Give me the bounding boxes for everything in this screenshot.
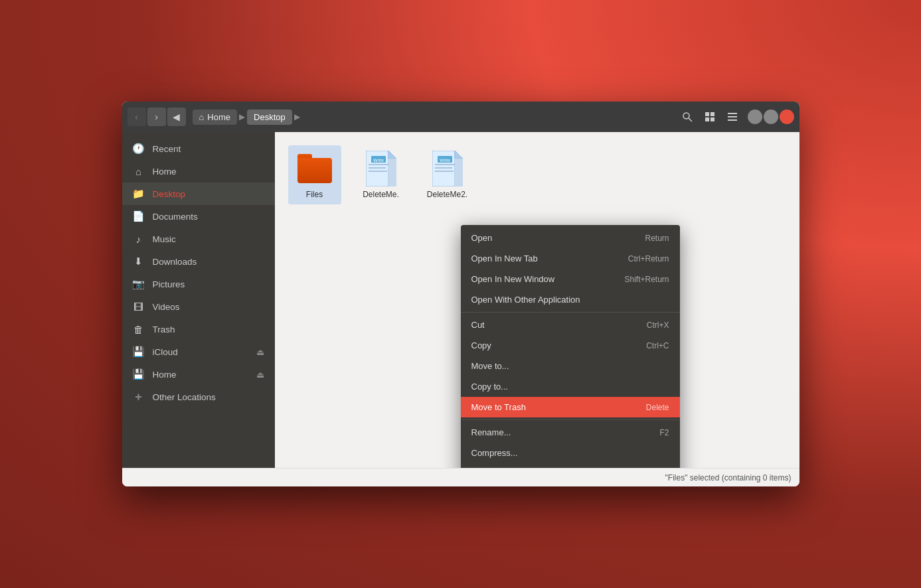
file-item-files[interactable]: Files: [288, 145, 341, 204]
svg-text:Write: Write: [440, 158, 450, 163]
sidebar-item-downloads[interactable]: ⬇ Downloads: [122, 250, 275, 273]
ctx-copy-label: Copy: [471, 340, 491, 350]
breadcrumb-separator: ▶: [239, 112, 245, 121]
svg-rect-7: [728, 116, 737, 117]
ctx-move-to-trash[interactable]: Move to Trash Delete: [461, 397, 680, 417]
search-button[interactable]: [677, 107, 697, 127]
nav-buttons: ‹ › ◀: [127, 108, 186, 126]
ctx-move-to-trash-shortcut: Delete: [646, 403, 669, 412]
svg-point-10: [768, 113, 774, 120]
ctx-send-to[interactable]: Send to...: [461, 463, 680, 468]
ctx-open-new-tab-shortcut: Ctrl+Return: [628, 254, 669, 263]
svg-text:Write: Write: [373, 158, 384, 163]
ctx-sep1: [461, 312, 680, 313]
folder-icon-files: [297, 151, 333, 186]
sidebar-item-other[interactable]: + Other Locations: [122, 386, 275, 408]
svg-point-0: [683, 113, 689, 119]
sidebar-item-videos[interactable]: 🎞 Videos: [122, 295, 275, 318]
videos-icon: 🎞: [133, 301, 145, 313]
ctx-copy[interactable]: Copy Ctrl+C: [461, 335, 680, 356]
ctx-copy-to[interactable]: Copy to...: [461, 376, 680, 397]
view-grid-button[interactable]: [700, 107, 720, 127]
sidebar-recent-label: Recent: [153, 144, 181, 154]
ctx-move-to[interactable]: Move to...: [461, 356, 680, 376]
svg-rect-18: [369, 171, 387, 172]
ctx-cut-label: Cut: [471, 320, 485, 330]
home-icon: ⌂: [199, 112, 205, 122]
ctx-rename[interactable]: Rename... F2: [461, 422, 680, 443]
breadcrumb: ⌂ Home ▶ Desktop ▶: [193, 110, 301, 125]
breadcrumb-home[interactable]: ⌂ Home: [193, 110, 238, 125]
maximize-button[interactable]: [764, 110, 778, 124]
sidebar-trash-label: Trash: [153, 325, 175, 334]
sidebar-item-trash[interactable]: 🗑 Trash: [122, 318, 275, 340]
home-nav-icon: ⌂: [133, 165, 145, 177]
titlebar-actions: [677, 107, 742, 127]
svg-rect-17: [369, 167, 386, 169]
file-item-deleteme1[interactable]: Write DeleteMe.: [355, 145, 408, 204]
ctx-move-to-label: Move to...: [471, 361, 509, 371]
ctx-open-new-tab[interactable]: Open In New Tab Ctrl+Return: [461, 248, 680, 269]
pictures-icon: 📷: [133, 278, 145, 290]
up-button[interactable]: ◀: [167, 108, 186, 126]
svg-rect-8: [728, 119, 737, 121]
forward-button[interactable]: ›: [147, 108, 166, 126]
svg-rect-5: [711, 117, 714, 121]
icloud-eject-icon[interactable]: ⏏: [256, 347, 264, 357]
view-list-button[interactable]: [722, 107, 742, 127]
titlebar: ‹ › ◀ ⌂ Home ▶ Desktop ▶: [122, 102, 799, 132]
ctx-open[interactable]: Open Return: [461, 228, 680, 248]
sidebar-item-recent[interactable]: 🕐 Recent: [122, 137, 275, 160]
music-icon: ♪: [133, 233, 145, 245]
breadcrumb-desktop-label: Desktop: [254, 112, 286, 122]
sidebar-downloads-label: Downloads: [153, 257, 197, 267]
ctx-open-shortcut: Return: [645, 234, 669, 243]
ctx-open-label: Open: [471, 233, 493, 243]
sidebar-item-home[interactable]: ⌂ Home: [122, 160, 275, 183]
sidebar-item-icloud[interactable]: 💾 iCloud ⏏: [122, 340, 275, 363]
sidebar: 🕐 Recent ⌂ Home 📁 Desktop 📄 Documents ♪ …: [122, 132, 275, 468]
sidebar-item-pictures[interactable]: 📷 Pictures: [122, 273, 275, 295]
breadcrumb-separator2: ▶: [294, 112, 300, 121]
icloud-icon: 💾: [133, 346, 145, 358]
sidebar-icloud-label: iCloud: [153, 347, 178, 357]
close-icon: [784, 113, 790, 120]
svg-rect-24: [455, 159, 463, 186]
svg-rect-16: [369, 164, 388, 165]
minimize-button[interactable]: [748, 110, 762, 124]
list-view-icon: [727, 111, 738, 122]
breadcrumb-desktop[interactable]: Desktop: [247, 110, 292, 125]
file-area[interactable]: Files: [275, 132, 799, 468]
minimize-icon: [752, 113, 758, 120]
grid-view-icon: [705, 111, 715, 122]
ctx-open-new-tab-label: Open In New Tab: [471, 254, 538, 263]
close-button[interactable]: [780, 110, 794, 124]
ctx-cut[interactable]: Cut Ctrl+X: [461, 315, 680, 335]
ctx-open-with-label: Open With Other Application: [471, 295, 580, 305]
sidebar-item-music[interactable]: ♪ Music: [122, 228, 275, 250]
svg-rect-2: [705, 112, 709, 116]
file-grid: Files: [288, 145, 786, 204]
ctx-open-with[interactable]: Open With Other Application: [461, 289, 680, 310]
ctx-open-new-window[interactable]: Open In New Window Shift+Return: [461, 269, 680, 289]
sidebar-other-label: Other Locations: [153, 392, 216, 402]
sidebar-item-desktop[interactable]: 📁 Desktop: [122, 183, 275, 205]
svg-line-1: [689, 118, 692, 121]
sidebar-item-documents[interactable]: 📄 Documents: [122, 205, 275, 228]
sidebar-documents-label: Documents: [153, 212, 198, 222]
sidebar-item-home2[interactable]: 💾 Home ⏏: [122, 363, 275, 386]
status-bar: "Files" selected (containing 0 items): [122, 468, 799, 486]
breadcrumb-home-label: Home: [207, 112, 230, 122]
sidebar-videos-label: Videos: [153, 302, 180, 312]
home2-eject-icon[interactable]: ⏏: [256, 370, 264, 380]
back-button[interactable]: ‹: [127, 108, 146, 126]
other-icon: +: [133, 391, 145, 403]
svg-point-11: [784, 113, 790, 120]
ctx-move-to-trash-label: Move to Trash: [471, 402, 526, 412]
main-content: 🕐 Recent ⌂ Home 📁 Desktop 📄 Documents ♪ …: [122, 132, 799, 468]
status-text: "Files" selected (containing 0 items): [665, 473, 792, 482]
file-item-deleteme2[interactable]: Write DeleteMe2.: [421, 145, 474, 204]
file-manager-window: ‹ › ◀ ⌂ Home ▶ Desktop ▶: [122, 102, 799, 486]
ctx-compress[interactable]: Compress...: [461, 443, 680, 463]
doc-icon-deleteme1: Write: [363, 151, 399, 186]
